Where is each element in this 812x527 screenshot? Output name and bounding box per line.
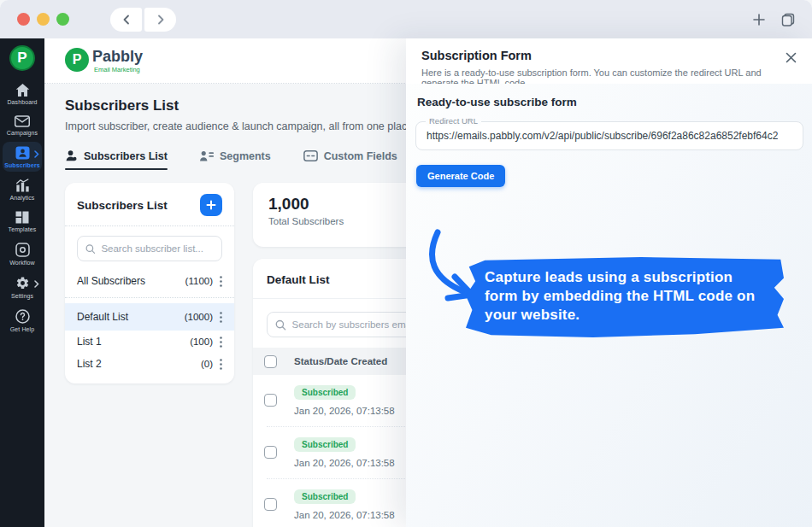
sidebar-item-campaigns[interactable]: Campaigns [3,111,42,139]
tab-subscribers-list[interactable]: Subscribers List [65,149,168,170]
list-item-count: (100) [190,337,213,347]
browser-window: P Dashboard Campaigns Subscribers Analyt… [0,0,812,527]
date-created: Jan 20, 2026, 07:13:58 [294,510,401,520]
close-drawer-button[interactable] [781,48,800,67]
redirect-url-field[interactable]: Redirect URL https://emails.pabbly.com/v… [415,121,803,150]
tab-overview-button[interactable] [780,11,797,28]
sidebar-item-get-help[interactable]: Get Help [3,305,42,336]
redirect-url-value: https://emails.pabbly.com/v2/api/public/… [427,130,778,142]
sidebar-item-label: Dashboard [7,99,37,105]
segments-icon [200,150,214,162]
new-tab-button[interactable] [750,11,768,28]
plus-icon [752,13,766,26]
drawer-title: Subscription Form [421,49,797,62]
list-item-list-2[interactable]: List 2 (0) [65,353,234,375]
callout-banner: Capture leads using a subscription form … [466,257,784,337]
close-window-button[interactable] [17,13,30,26]
row-checkbox[interactable] [264,394,277,407]
tab-label: Segments [220,150,271,162]
pabbly-logo-icon: P [65,48,89,72]
tabs-stack-icon [780,12,796,27]
sidebar-item-dashboard[interactable]: Dashboard [3,79,42,108]
status-badge: Subscribed [294,385,356,400]
list-search [77,236,222,261]
list-item-default-list[interactable]: Default List (1000) [65,303,234,331]
close-icon [786,52,797,63]
kebab-menu-icon[interactable] [220,276,222,287]
row-checkbox[interactable] [264,498,277,511]
list-search-input[interactable] [101,243,214,254]
date-created: Jan 20, 2026, 07:13:58 [294,458,401,468]
sidebar-item-label: Analytics [10,195,35,201]
list-item-all-subscribers[interactable]: All Subscribers (1100) [65,270,234,292]
lists-card-title: Subscribers List [77,199,168,212]
chevron-left-icon [121,15,132,25]
subscriber-card-icon [15,146,30,160]
chevron-right-icon [34,280,39,288]
callout-text: Capture leads using a subscription [485,268,767,287]
sidebar-item-label: Get Help [10,326,34,332]
person-icon [65,149,78,162]
list-item-count: (0) [201,359,213,369]
sidebar-item-templates[interactable]: Templates [3,207,42,236]
section-title: Ready-to-use subscribe form [417,96,803,108]
add-list-button[interactable] [200,194,222,216]
kebab-menu-icon[interactable] [220,312,222,323]
browser-chrome [0,0,812,38]
kebab-menu-icon[interactable] [220,359,222,370]
date-created: Jan 20, 2026, 07:13:58 [294,406,401,416]
kebab-menu-icon[interactable] [220,337,222,348]
brand-logo[interactable]: P Pabbly Email Marketing [65,48,143,73]
select-all-checkbox[interactable] [264,355,277,368]
chevron-right-icon [156,15,166,25]
callout-text: your website. [485,306,767,325]
search-icon [85,243,95,255]
subscription-form-drawer: Subscription Form Here is a ready-to-use… [406,38,812,527]
callout-text: form by embedding the HTML code on [485,287,767,306]
list-item-name: List 2 [77,358,201,370]
list-item-name: List 1 [77,336,190,348]
bar-chart-icon [15,179,30,192]
sidebar-item-label: Settings [11,293,33,299]
help-icon [15,309,30,324]
column-status-date: Status/Date Created [294,356,401,366]
search-icon [275,319,286,331]
layout-grid-icon [15,211,29,224]
minimize-window-button[interactable] [37,13,50,26]
sidebar-item-settings[interactable]: Settings [3,272,42,302]
workflow-icon [15,243,30,257]
browser-back-button[interactable] [110,8,142,32]
brand-name: Pabbly [92,48,143,65]
page-description-text: Import subscriber, create audience & lau… [65,120,416,132]
brand-tagline: Email Marketing [94,66,143,73]
sidebar-item-analytics[interactable]: Analytics [3,174,42,204]
list-item-count: (1000) [185,312,213,322]
custom-fields-icon [303,150,318,161]
envelope-icon [15,115,30,127]
tab-segments[interactable]: Segments [200,149,271,170]
maximize-window-button[interactable] [56,13,69,26]
status-badge: Subscribed [294,437,356,452]
sidebar-item-label: Workflow [9,260,34,266]
tab-label: Subscribers List [84,150,168,162]
generate-code-button[interactable]: Generate Code [416,165,505,187]
list-item-name: All Subscribers [77,275,185,287]
list-item-list-1[interactable]: List 1 (100) [65,331,234,353]
sidebar-item-workflow[interactable]: Workflow [3,238,42,269]
pabbly-logo-icon[interactable]: P [9,45,35,71]
status-badge: Subscribed [294,489,356,504]
traffic-lights [17,13,69,26]
sidebar-item-label: Templates [9,226,37,232]
sidebar-item-subscribers[interactable]: Subscribers [3,142,42,172]
chevron-right-icon [34,150,39,158]
tab-custom-fields[interactable]: Custom Fields [303,149,397,170]
list-item-name: Default List [77,311,185,323]
browser-forward-button[interactable] [144,8,176,32]
row-checkbox[interactable] [264,446,277,459]
sidebar-item-label: Campaigns [7,130,38,136]
list-item-count: (1100) [185,276,213,286]
home-icon [15,84,30,97]
redirect-url-label: Redirect URL [426,116,481,126]
sidebar-item-label: Subscribers [4,162,40,168]
subscribers-list-card: Subscribers List All Subscribers (110 [65,183,234,384]
